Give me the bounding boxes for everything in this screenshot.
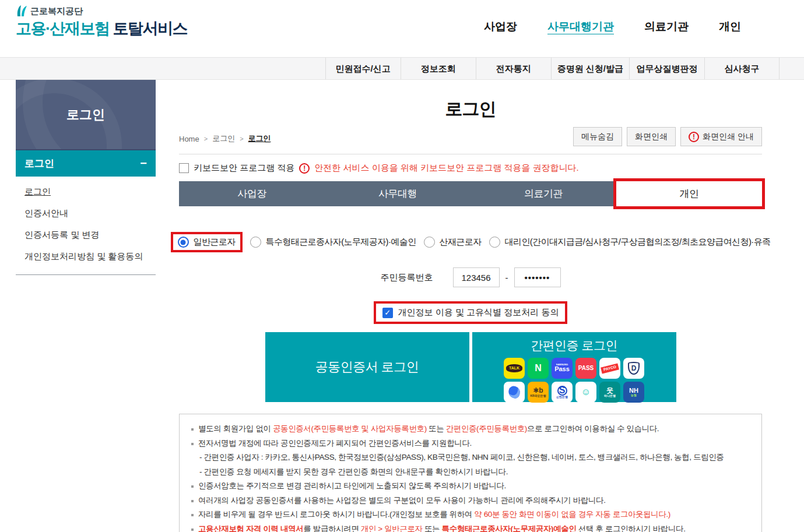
notice-segment: 또는 [427, 424, 446, 433]
notice-segment: 를 발급하시려면 [303, 524, 360, 532]
top-nav-item-개인[interactable]: 개인 [719, 19, 741, 34]
notice-segment: 선택 후 로그인하시기 바랍니다. [576, 524, 685, 532]
sidebar-item-개인정보처리방침 및 활용동의[interactable]: 개인정보처리방침 및 활용동의 [16, 246, 156, 267]
rrn-label: 주민등록번호 [381, 272, 433, 283]
rrn-separator: - [505, 273, 508, 283]
notice-line: 여러개의 사업장 공동인증서를 사용하는 사업장은 별도의 구분없이 모두 사용… [191, 494, 750, 508]
sidebar-group-label: 로그인 [24, 157, 54, 170]
gnb-item-전자통지[interactable]: 전자통지 [476, 58, 551, 79]
gnb-item-증명원 신청/발급[interactable]: 증명원 신청/발급 [551, 58, 629, 79]
ribbon-glyph: PAYCO [601, 363, 619, 374]
collapse-minus-icon[interactable]: − [140, 157, 147, 170]
sidebar-group-login[interactable]: 로그인 − [16, 149, 156, 177]
consent-checkbox[interactable]: ✓ [382, 308, 393, 318]
comwel-logo-icon [16, 5, 27, 17]
pass-icon: PASS [575, 358, 596, 379]
radio-label: 산재근로자 [440, 237, 482, 248]
notice-line: - 간편인증 사업자 : 카카오, 통신사PASS, 한국정보인증(삼성PASS… [191, 450, 750, 465]
gnb-item-정보조회[interactable]: 정보조회 [401, 58, 476, 79]
top-nav-item-사무대행기관[interactable]: 사무대행기관 [547, 19, 614, 34]
notice-list: 별도의 회원가입 없이 공동인증서(주민등록번호 및 사업자등록번호) 또는 간… [179, 414, 762, 532]
org-name: 근로복지공단 [30, 6, 83, 17]
provider-label: ☺ [581, 387, 591, 397]
sidebar-item-로그인[interactable]: 로그인 [16, 181, 156, 203]
keyboard-security-checkbox[interactable] [179, 163, 189, 173]
notice-line: 자리를 비우게 될 경우 반드시 로그아웃 하시기 바랍니다.(개인정보 보호를… [191, 508, 750, 522]
shield-glyph: D [628, 362, 640, 375]
notice-line: 전자서명법 개정에 따라 공인인증제도가 폐지되어 간편인증서비스를 지원합니다… [191, 436, 750, 451]
notice-segment: 또는 [423, 524, 442, 532]
tab-의료기관[interactable]: 의료기관 [471, 181, 616, 206]
banksalad-icon: ☺ [575, 382, 596, 403]
notice-segment: - 간편인증 요청 메세지를 받지 못한 경우 간편인증 화면의 안내문구를 확… [199, 467, 508, 476]
notice-segment: 으로 로그인하여 이용하실 수 있습니다. [527, 424, 659, 433]
radio-label: 대리인(간이대지급금/심사청구/구상금협의조정/최초요양급여신청)·유족 [505, 237, 771, 248]
rrn-back-input[interactable] [514, 267, 561, 287]
radio-unchecked-icon[interactable] [424, 237, 435, 248]
top-nav-item-의료기관[interactable]: 의료기관 [644, 19, 689, 34]
notice-line: 고용산재보험 자격 이력 내역서를 발급하시려면 개인 > 일반근로자 또는 특… [191, 522, 750, 532]
breadcrumb-로그인[interactable]: 로그인 [212, 133, 235, 144]
sidebar-item-인증서등록 및 변경[interactable]: 인증서등록 및 변경 [16, 224, 156, 246]
radio-checked-icon[interactable] [178, 237, 189, 248]
rrn-front-input[interactable] [453, 267, 500, 287]
action-button-label: 메뉴숨김 [581, 132, 614, 142]
radio-option-대리인(간이대지급금[interactable]: 대리인(간이대지급금/심사청구/구상금협의조정/최초요양급여신청)·유족 [489, 237, 771, 248]
radio-option-일반근로자[interactable]: 일반근로자 [178, 237, 236, 248]
bubble-glyph: TALK [506, 364, 522, 372]
breadcrumb: Home>로그인>로그인 [179, 133, 271, 146]
consent-label: 개인정보 이용 및 고유식별 정보처리 동의 [398, 307, 559, 318]
radio-unchecked-icon[interactable] [489, 237, 500, 248]
radio-unchecked-icon[interactable] [250, 237, 261, 248]
keyboard-security-label: 키보드보안 프로그램 적용 [194, 163, 294, 174]
cert-login-button[interactable]: 공동인증서 로그인 [265, 332, 469, 402]
circle-glyph: S [557, 386, 567, 396]
radio-option-특수형태근로종사자([interactable]: 특수형태근로종사자(노무제공자)·예술인 [250, 237, 416, 248]
notice-segment: 인증서암호는 주기적으로 변경 관리하시고 타인에게 노출되지 않도록 주의하시… [198, 481, 506, 490]
provider-label: Pass [554, 366, 570, 373]
simple-login-button[interactable]: 간편인증 로그인 TALKNSAMSUNGPassPASSPAYCOD✱bKB국… [472, 332, 676, 402]
provider-sub-label: 농협 [631, 394, 637, 397]
tab-개인[interactable]: 개인 [616, 181, 762, 206]
service-name-teal: 고용·산재보험 [16, 20, 110, 37]
action-button-화면인쇄[interactable]: 화면인쇄 [627, 127, 676, 146]
payco-icon: PAYCO [599, 358, 620, 379]
dream-security-icon: D [623, 358, 644, 379]
provider-sub-label: 하나은행 [604, 394, 616, 397]
tab-사업장[interactable]: 사업장 [179, 181, 325, 206]
gnb-item-심사청구[interactable]: 심사청구 [704, 58, 780, 79]
notice-segment-red: 공동인증서(주민등록번호 및 사업자등록번호) [273, 424, 427, 433]
simple-login-provider-grid: TALKNSAMSUNGPassPASSPAYCOD✱bKB국민은행S신한은행☺… [504, 358, 644, 403]
action-button-메뉴숨김[interactable]: 메뉴숨김 [573, 127, 622, 146]
toss-icon [504, 382, 525, 403]
notice-segment: 여러개의 사업장 공동인증서를 사용하는 사업장은 별도의 구분없이 모두 사용… [198, 496, 606, 505]
tab-사무대행[interactable]: 사무대행 [325, 181, 471, 206]
provider-label: PASS [578, 365, 594, 372]
action-button-화면인쇄 안내[interactable]: !화면인쇄 안내 [680, 127, 762, 146]
shinhan-icon: S신한은행 [552, 382, 573, 403]
radio-label: 특수형태근로종사자(노무제공자)·예술인 [266, 237, 416, 248]
sidebar: 로그인 로그인 − 로그인인증서안내인증서등록 및 변경개인정보처리방침 및 활… [16, 80, 156, 275]
sidebar-item-인증서안내[interactable]: 인증서안내 [16, 203, 156, 224]
main-content: 로그인 Home>로그인>로그인 메뉴숨김화면인쇄!화면인쇄 안내 키보드보안 … [179, 80, 762, 532]
top-nav-item-사업장[interactable]: 사업장 [484, 19, 517, 34]
site-logo[interactable]: 근로복지공단 고용·산재보험 토탈서비스 [16, 5, 187, 39]
breadcrumb-로그인[interactable]: 로그인 [248, 133, 271, 144]
radio-option-산재근로자[interactable]: 산재근로자 [424, 237, 482, 248]
notice-segment: 별도의 회원가입 없이 [198, 424, 273, 433]
nh-nonghyup-icon: NH농협 [623, 382, 644, 403]
gnb-item-업무상질병판정[interactable]: 업무상질병판정 [629, 58, 704, 79]
radio-label: 일반근로자 [194, 237, 236, 248]
breadcrumb-Home[interactable]: Home [179, 135, 199, 143]
simple-login-title: 간편인증 로그인 [531, 337, 617, 354]
notice-segment-red: 개인 > 일반근로자 [361, 524, 423, 532]
provider-label: ✱b [533, 387, 543, 394]
page-title: 로그인 [179, 97, 762, 121]
gnb-item-민원접수/신고[interactable]: 민원접수/신고 [325, 58, 401, 79]
login-type-tabs: 사업장사무대행의료기관개인 [179, 181, 762, 206]
consent-annotation-box: ✓ 개인정보 이용 및 고유식별 정보처리 동의 [374, 301, 568, 324]
global-nav-bar: 민원접수/신고정보조회전자통지증명원 신청/발급업무상질병판정심사청구 [0, 57, 804, 80]
provider-label: 웃 [606, 387, 613, 394]
notice-segment: 전자서명법 개정에 따라 공인인증제도가 폐지되어 간편인증서비스를 지원합니다… [198, 439, 472, 448]
page-action-buttons: 메뉴숨김화면인쇄!화면인쇄 안내 [573, 127, 762, 146]
